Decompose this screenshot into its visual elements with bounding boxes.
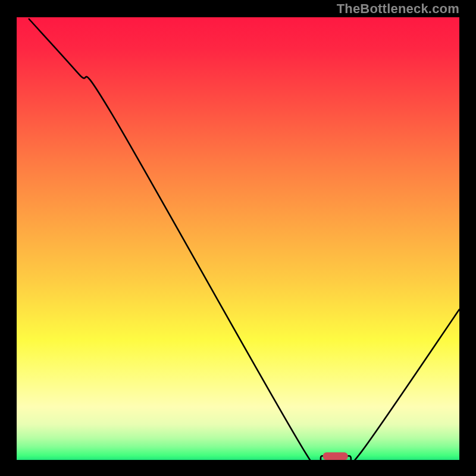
gradient-background: [17, 17, 459, 460]
plot-frame: [15, 15, 461, 462]
optimal-marker: [323, 452, 348, 460]
plot-svg: [17, 17, 459, 460]
watermark-text: TheBottleneck.com: [337, 1, 459, 17]
